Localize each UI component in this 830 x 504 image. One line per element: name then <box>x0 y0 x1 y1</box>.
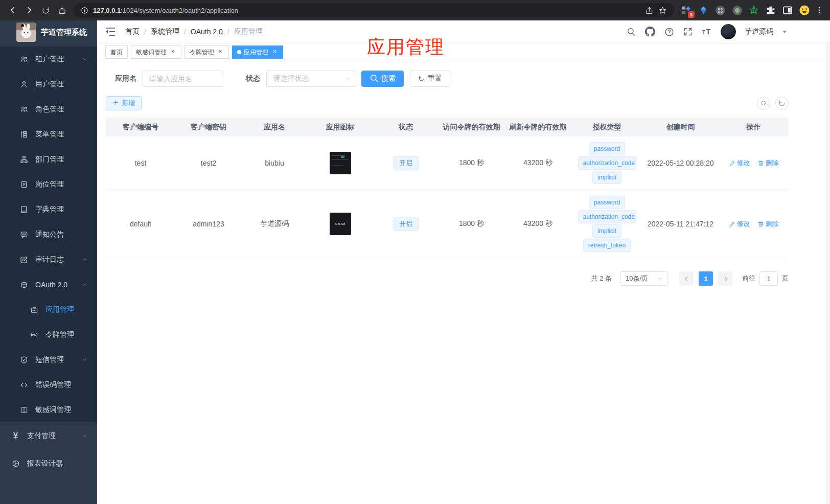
sidebar-item-role[interactable]: 角色管理 <box>0 97 97 122</box>
toggle-search-icon[interactable] <box>757 97 770 110</box>
close-icon[interactable]: × <box>169 49 176 56</box>
breadcrumb-item[interactable]: 首页 <box>125 27 140 36</box>
yen-icon: ¥ <box>11 432 20 441</box>
search-button[interactable]: 搜索 <box>361 71 404 87</box>
current-page[interactable]: 1 <box>699 271 713 286</box>
client-secret: test2 <box>201 159 216 167</box>
app-icon-text: GitHub <box>335 222 345 225</box>
sidebar-item-post[interactable]: 岗位管理 <box>0 172 97 197</box>
column-header: 客户端编号 <box>106 118 175 136</box>
refresh-table-icon[interactable] <box>775 97 789 110</box>
edit-icon <box>729 160 735 167</box>
reload-icon[interactable] <box>38 3 53 18</box>
ext-split-view-icon[interactable] <box>781 4 794 16</box>
sidebar-item-menu[interactable]: 菜单管理 <box>0 122 97 147</box>
breadcrumb-item[interactable]: 系统管理 <box>151 27 179 36</box>
sidebar-item-sms[interactable]: 短信管理 <box>0 347 97 372</box>
add-button[interactable]: 新增 <box>106 96 142 110</box>
edit-button[interactable]: 修改 <box>729 219 750 228</box>
sidebar-item-label: 应用管理 <box>45 305 74 314</box>
browser-menu-icon[interactable] <box>814 4 825 16</box>
tab-token[interactable]: 令牌管理× <box>185 45 229 59</box>
avatar[interactable] <box>721 24 736 39</box>
access-token-validity: 1800 秒 <box>459 158 484 168</box>
close-icon[interactable]: × <box>271 49 278 56</box>
table-cell: GitHub <box>307 195 373 253</box>
delete-button[interactable]: 删除 <box>757 219 779 228</box>
ext-gem-icon[interactable] <box>697 4 709 16</box>
prev-page-button[interactable] <box>679 271 694 286</box>
search-icon <box>370 74 379 84</box>
address-bar[interactable]: 127.0.0.1:1024/system/oauth2/oauth2/appl… <box>74 3 674 17</box>
sidebar-item-label: 令牌管理 <box>45 330 74 339</box>
grant-tag: authorization_code <box>578 156 636 170</box>
applications-table: 客户端编号客户端密钥应用名应用图标状态访问令牌的有效期刷新令牌的有效期授权类型创… <box>106 118 789 258</box>
sidebar-item-user[interactable]: 用户管理 <box>0 72 97 97</box>
app-name-input[interactable] <box>143 71 223 87</box>
next-page-button[interactable] <box>718 271 732 286</box>
chevron-down-icon <box>82 257 88 263</box>
breadcrumb-item[interactable]: OAuth 2.0 <box>191 28 223 36</box>
svg-text:T: T <box>706 28 711 36</box>
sidebar-item-dict[interactable]: 字典管理 <box>0 197 97 222</box>
username[interactable]: 芋道源码 <box>745 27 773 36</box>
top-navbar: 首页/系统管理/OAuth 2.0/应用管理 TT 芋道源码 <box>97 20 830 43</box>
sidebar-item-oauth-token[interactable]: 令牌管理 <box>0 322 97 347</box>
edit-button[interactable]: 修改 <box>729 158 750 168</box>
ext-green-star-icon[interactable] <box>748 4 760 16</box>
sidebar-item-label: 审计日志 <box>35 255 64 264</box>
role-icon <box>19 105 28 113</box>
close-icon[interactable]: × <box>217 49 224 56</box>
sidebar-item-oauth-app[interactable]: 应用管理 <box>0 297 97 322</box>
sidebar-item-notice[interactable]: 通知公告 <box>0 222 97 247</box>
sidebar-item-audit[interactable]: 审计日志 <box>0 247 97 272</box>
edit-icon <box>729 221 735 227</box>
app-logo-row[interactable]: 芋道管理系统 <box>0 20 97 44</box>
help-icon[interactable] <box>664 27 674 37</box>
page-size-select[interactable]: 10条/页 <box>620 271 667 286</box>
sidebar-item-oauth[interactable]: OAuth 2.0 <box>0 272 97 297</box>
fullscreen-icon[interactable] <box>683 27 693 37</box>
sidebar-item-pay[interactable]: ¥支付管理 <box>0 422 97 450</box>
client-secret: admin123 <box>193 220 224 228</box>
ext-record-icon[interactable] <box>731 4 743 16</box>
ext-tasks-icon[interactable]: 9 <box>680 4 693 16</box>
caret-down-icon[interactable] <box>782 29 787 34</box>
search-icon[interactable] <box>626 27 636 37</box>
table-body: testtest2biubiu开启1800 秒43200 秒passwordau… <box>106 136 789 258</box>
table-row: defaultadmin123芋道源码GitHub开启1800 秒43200 秒… <box>106 190 789 258</box>
scrollbar[interactable] <box>826 41 830 504</box>
home-icon[interactable] <box>54 3 70 18</box>
table-header: 客户端编号客户端密钥应用名应用图标状态访问令牌的有效期刷新令牌的有效期授权类型创… <box>106 118 789 136</box>
ext-cmd-icon[interactable]: ⌘ <box>714 4 726 16</box>
back-icon[interactable] <box>5 3 20 18</box>
status-label: 状态 <box>246 74 260 83</box>
sidebar-item-label: 敏感词管理 <box>35 405 71 415</box>
tab-label: 应用管理 <box>244 48 268 57</box>
share-icon[interactable] <box>642 4 656 17</box>
reset-button[interactable]: 重置 <box>410 71 450 87</box>
tab-application[interactable]: 应用管理× <box>232 45 283 59</box>
collapse-sidebar-icon[interactable] <box>105 26 116 37</box>
status-select[interactable]: 请选择状态 <box>266 71 356 87</box>
column-header: 授权类型 <box>571 118 642 136</box>
sidebar-item-tenant[interactable]: 租户管理 <box>0 47 97 72</box>
delete-button[interactable]: 删除 <box>757 158 779 168</box>
url-host: 127.0.0.1 <box>93 7 121 14</box>
tab-home[interactable]: 首页 <box>105 45 128 59</box>
forward-icon[interactable] <box>21 3 37 18</box>
bookmark-star-icon[interactable] <box>656 4 669 17</box>
ext-puzzle-icon[interactable] <box>765 4 777 16</box>
ext-emoji-icon[interactable] <box>798 4 811 16</box>
info-icon[interactable] <box>80 4 89 17</box>
font-size-icon[interactable]: TT <box>702 27 712 37</box>
sidebar-item-sensitive[interactable]: 敏感词管理 <box>0 397 97 422</box>
svg-text:⌘: ⌘ <box>717 7 723 14</box>
sidebar-item-dept[interactable]: 部门管理 <box>0 147 97 172</box>
github-icon[interactable] <box>645 27 655 37</box>
code-icon <box>19 380 28 389</box>
goto-page-input[interactable] <box>759 271 778 286</box>
sidebar-item-report[interactable]: 报表设计器 <box>0 450 97 477</box>
sidebar-item-errcode[interactable]: 错误码管理 <box>0 372 97 397</box>
tab-sensitive-word[interactable]: 敏感词管理× <box>131 45 181 59</box>
